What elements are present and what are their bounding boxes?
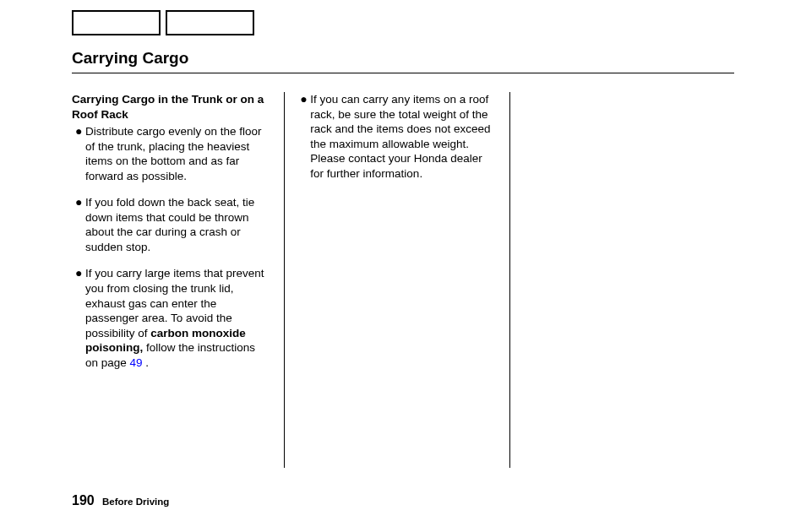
page-link[interactable]: 49 xyxy=(130,356,143,369)
column-2: ● If you can carry any items on a roof r… xyxy=(297,92,509,468)
column-3 xyxy=(522,92,734,468)
column-1: Carrying Cargo in the Trunk or on a Roof… xyxy=(72,92,284,468)
bullet-icon: ● xyxy=(300,92,310,181)
manual-page: Carrying Cargo Carrying Cargo in the Tru… xyxy=(0,0,806,532)
subheading: Carrying Cargo in the Trunk or on a Roof… xyxy=(72,92,270,122)
column-separator xyxy=(509,92,510,468)
bullet-text: Distribute cargo evenly on the floor of … xyxy=(85,124,270,183)
bullet-icon: ● xyxy=(75,124,85,183)
content-columns: Carrying Cargo in the Trunk or on a Roof… xyxy=(72,92,734,468)
bullet-text: If you carry large items that prevent yo… xyxy=(85,266,270,370)
top-boxes xyxy=(72,10,734,35)
list-item: ● If you fold down the back seat, tie do… xyxy=(72,195,270,254)
nav-box-2[interactable] xyxy=(166,10,254,35)
bullet-text: If you can carry any items on a roof rac… xyxy=(310,92,495,181)
page-title: Carrying Cargo xyxy=(72,49,734,68)
bullet-text: If you fold down the back seat, tie down… xyxy=(85,195,270,254)
nav-box-1[interactable] xyxy=(72,10,161,35)
title-rule xyxy=(72,73,734,73)
bullet-icon: ● xyxy=(75,195,85,254)
list-item: ● If you can carry any items on a roof r… xyxy=(297,92,495,181)
bullet-icon: ● xyxy=(75,266,85,370)
page-footer: 190 Before Driving xyxy=(72,493,169,508)
text-end: . xyxy=(143,356,150,369)
list-item: ● If you carry large items that prevent … xyxy=(72,266,270,370)
page-number: 190 xyxy=(72,493,95,508)
column-separator xyxy=(284,92,285,468)
section-name: Before Driving xyxy=(102,497,169,507)
list-item: ● Distribute cargo evenly on the floor o… xyxy=(72,124,270,183)
